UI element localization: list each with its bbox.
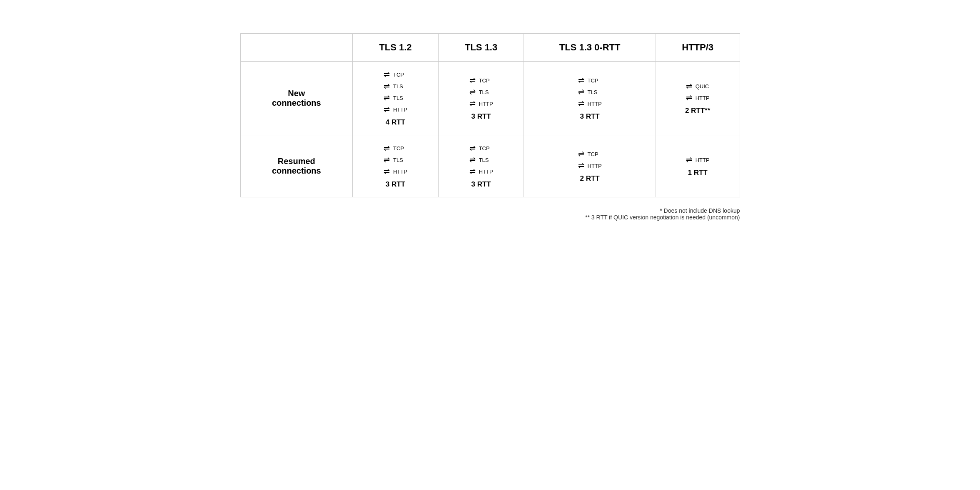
protocol-label: HTTP — [696, 157, 710, 163]
rtt-label: 2 RTT** — [666, 107, 730, 115]
bidirectional-arrow-icon: ⇌ — [384, 144, 390, 153]
protocol-label: HTTP — [588, 163, 602, 169]
rtt-label: 4 RTT — [363, 118, 428, 127]
bidirectional-arrow-icon: ⇌ — [384, 93, 390, 102]
bidirectional-arrow-icon: ⇌ — [578, 149, 584, 159]
footnote: * Does not include DNS lookup — [240, 207, 740, 214]
protocol-label: TLS — [393, 95, 403, 101]
bidirectional-arrow-icon: ⇌ — [686, 82, 692, 91]
rtt-label: 3 RTT — [449, 180, 514, 189]
col-header-tls-1-3: TLS 1.3 — [438, 34, 524, 62]
bidirectional-arrow-icon: ⇌ — [384, 105, 390, 114]
cell-r1-c0: ⇌TCP⇌TLS⇌HTTP3 RTT — [353, 135, 439, 197]
bidirectional-arrow-icon: ⇌ — [469, 87, 476, 97]
cell-r0-c0: ⇌TCP⇌TLS⇌TLS⇌HTTP4 RTT — [353, 62, 439, 135]
protocol-label: TCP — [393, 145, 404, 152]
bidirectional-arrow-icon: ⇌ — [384, 82, 390, 91]
cell-r0-c2: ⇌TCP⇌TLS⇌HTTP3 RTT — [524, 62, 656, 135]
cell-r0-c1: ⇌TCP⇌TLS⇌HTTP3 RTT — [438, 62, 524, 135]
bidirectional-arrow-icon: ⇌ — [384, 167, 390, 176]
bidirectional-arrow-icon: ⇌ — [578, 99, 584, 108]
bidirectional-arrow-icon: ⇌ — [578, 161, 584, 170]
protocol-label: HTTP — [393, 169, 407, 175]
protocol-label: TLS — [393, 83, 403, 90]
bidirectional-arrow-icon: ⇌ — [469, 99, 476, 108]
rtt-label: 3 RTT — [449, 112, 514, 121]
bidirectional-arrow-icon: ⇌ — [686, 155, 692, 164]
protocol-label: HTTP — [588, 101, 602, 107]
header-row: TLS 1.2TLS 1.3TLS 1.3 0-RTTHTTP/3 — [240, 34, 740, 62]
cell-r1-c2: ⇌TCP⇌HTTP2 RTT — [524, 135, 656, 197]
bidirectional-arrow-icon: ⇌ — [384, 70, 390, 79]
cell-r1-c3: ⇌HTTP1 RTT — [656, 135, 740, 197]
protocol-label: HTTP — [393, 107, 407, 113]
protocol-label: TCP — [588, 77, 598, 84]
bidirectional-arrow-icon: ⇌ — [469, 167, 476, 176]
bidirectional-arrow-icon: ⇌ — [578, 87, 584, 97]
empty-header — [240, 34, 353, 62]
bidirectional-arrow-icon: ⇌ — [578, 76, 584, 85]
protocol-label: TLS — [393, 157, 403, 163]
cell-r1-c1: ⇌TCP⇌TLS⇌HTTP3 RTT — [438, 135, 524, 197]
row-label-0: Newconnections — [240, 62, 353, 135]
bidirectional-arrow-icon: ⇌ — [469, 76, 476, 85]
footnotes: * Does not include DNS lookup** 3 RTT if… — [240, 207, 740, 221]
comparison-table: TLS 1.2TLS 1.3TLS 1.3 0-RTTHTTP/3 Newcon… — [240, 33, 740, 197]
footnote: ** 3 RTT if QUIC version negotiation is … — [240, 214, 740, 221]
cell-r0-c3: ⇌QUIC⇌HTTP2 RTT** — [656, 62, 740, 135]
protocol-label: TCP — [588, 151, 598, 157]
bidirectional-arrow-icon: ⇌ — [469, 155, 476, 164]
rtt-label: 1 RTT — [666, 169, 730, 177]
protocol-label: TCP — [479, 77, 490, 84]
protocol-label: HTTP — [479, 101, 493, 107]
protocol-label: TLS — [479, 157, 489, 163]
protocol-label: TCP — [393, 72, 404, 78]
protocol-label: HTTP — [696, 95, 710, 101]
protocol-label: TCP — [479, 145, 490, 152]
protocol-label: QUIC — [696, 83, 709, 90]
table-row-0: Newconnections⇌TCP⇌TLS⇌TLS⇌HTTP4 RTT⇌TCP… — [240, 62, 740, 135]
bidirectional-arrow-icon: ⇌ — [384, 155, 390, 164]
row-label-1: Resumedconnections — [240, 135, 353, 197]
bidirectional-arrow-icon: ⇌ — [469, 144, 476, 153]
rtt-label: 3 RTT — [534, 112, 645, 121]
rtt-label: 3 RTT — [363, 180, 428, 189]
protocol-label: TLS — [479, 89, 489, 95]
col-header-tls-1-3-0-rtt: TLS 1.3 0-RTT — [524, 34, 656, 62]
table-row-1: Resumedconnections⇌TCP⇌TLS⇌HTTP3 RTT⇌TCP… — [240, 135, 740, 197]
protocol-label: TLS — [588, 89, 598, 95]
col-header-tls-1-2: TLS 1.2 — [353, 34, 439, 62]
col-header-http-3: HTTP/3 — [656, 34, 740, 62]
protocol-label: HTTP — [479, 169, 493, 175]
rtt-label: 2 RTT — [534, 174, 645, 183]
bidirectional-arrow-icon: ⇌ — [686, 93, 692, 102]
